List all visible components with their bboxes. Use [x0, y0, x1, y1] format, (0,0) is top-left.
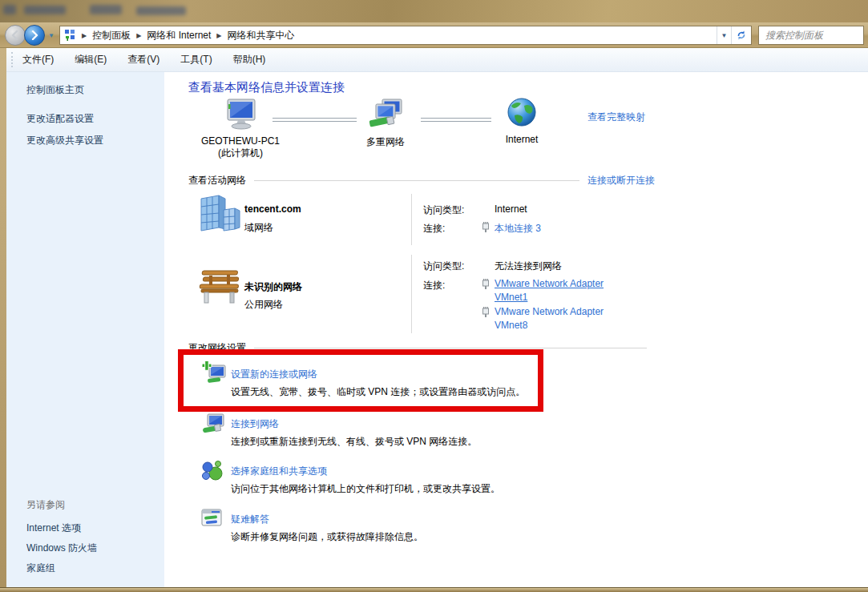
breadcrumb-network-sharing-center[interactable]: 网络和共享中心	[228, 29, 295, 42]
network-name: tencent.com	[244, 203, 301, 215]
sidebar-item-internet-options[interactable]: Internet 选项	[26, 522, 81, 535]
task-troubleshoot-link[interactable]: 疑难解答	[231, 513, 269, 526]
access-type-label: 访问类型:	[423, 203, 464, 217]
menu-view[interactable]: 查看(V)	[127, 53, 159, 66]
menu-file[interactable]: 文件(F)	[22, 53, 54, 66]
map-node-multiple-networks[interactable]: 多重网络	[341, 98, 430, 149]
refresh-icon	[736, 30, 747, 41]
window-content: 控制面板主页 更改适配器设置 更改高级共享设置 另请参阅 Internet 选项…	[6, 72, 868, 587]
forward-button[interactable]	[24, 25, 45, 46]
menu-tools[interactable]: 工具(T)	[180, 53, 212, 66]
sidebar-item-homegroup[interactable]: 家庭组	[26, 562, 55, 575]
map-node-this-computer[interactable]: GEOTHEWU-PC1 (此计算机)	[184, 98, 297, 160]
connection-label: 连接:	[423, 279, 445, 292]
troubleshoot-icon[interactable]	[201, 509, 222, 528]
access-type-label: 访问类型:	[423, 260, 464, 273]
change-settings-header-row: 更改网络设置	[188, 341, 655, 355]
sidebar-see-also-header: 另请参阅	[26, 498, 65, 512]
task-setup-new-connection-link[interactable]: 设置新的连接或网络	[231, 368, 317, 381]
map-node-label: 多重网络	[341, 135, 430, 149]
computer-icon	[221, 98, 260, 131]
network-row-divider	[411, 194, 412, 245]
change-settings-header: 更改网络设置	[188, 341, 246, 355]
sidebar-item-change-advanced-sharing[interactable]: 更改高级共享设置	[26, 134, 103, 147]
address-bar: ▼ ▶ 控制面板 ▶ 网络和 Internet ▶ 网络和共享中心 ▼	[0, 22, 868, 48]
page-title: 查看基本网络信息并设置连接	[188, 80, 345, 95]
map-node-label: Internet	[482, 134, 562, 145]
search-input[interactable]	[759, 26, 863, 44]
task-homegroup-options-link[interactable]: 选择家庭组和共享选项	[231, 465, 327, 478]
breadcrumb-network-internet[interactable]: 网络和 Internet	[147, 29, 211, 42]
forward-arrow-icon	[30, 30, 39, 40]
sidebar-item-windows-firewall[interactable]: Windows 防火墙	[26, 542, 97, 555]
menu-edit[interactable]: 编辑(E)	[75, 53, 107, 66]
view-full-map-link[interactable]: 查看完整映射	[587, 111, 645, 124]
ethernet-plug-icon	[482, 306, 490, 317]
ethernet-plug-icon	[482, 221, 490, 232]
task-connect-to-network-link[interactable]: 连接到网络	[231, 417, 279, 431]
domain-network-icon	[195, 192, 241, 234]
address-dropdown-icon[interactable]: ▼	[717, 26, 731, 44]
window-bottom-border	[0, 587, 868, 592]
task-troubleshoot-desc: 诊断并修复网络问题，或获得故障排除信息。	[231, 530, 423, 544]
ethernet-plug-icon	[482, 278, 490, 289]
search-box	[758, 26, 864, 45]
desktop-blur-blob	[136, 6, 186, 15]
desktop-blur-blob	[90, 5, 122, 14]
recent-pages-dropdown[interactable]: ▼	[48, 32, 55, 39]
connect-to-network-icon[interactable]	[201, 413, 225, 435]
network-center-icon	[63, 29, 76, 42]
connection-label: 连接:	[423, 222, 445, 236]
window-left-border	[0, 48, 6, 587]
homegroup-icon[interactable]	[201, 460, 224, 482]
back-button[interactable]	[5, 25, 26, 46]
vmware-vmnet1-link[interactable]: VMware Network Adapter VMnet1	[495, 277, 632, 304]
section-divider	[254, 348, 647, 348]
menu-bar: 文件(F) 编辑(E) 查看(V) 工具(T) 帮助(H)	[6, 48, 868, 72]
map-node-sublabel: (此计算机)	[184, 147, 297, 160]
vmware-vmnet8-link[interactable]: VMware Network Adapter VMnet8	[495, 305, 632, 332]
access-type-value: Internet	[495, 203, 527, 215]
task-connect-to-network-desc: 连接到或重新连接到无线、有线、拨号或 VPN 网络连接。	[231, 435, 477, 449]
task-homegroup-options-desc: 访问位于其他网络计算机上的文件和打印机，或更改共享设置。	[231, 482, 500, 496]
multiple-networks-icon	[368, 98, 403, 131]
network-category: 域网络	[244, 221, 273, 235]
breadcrumb-arrow-icon: ▶	[216, 32, 221, 39]
network-category: 公用网络	[244, 298, 283, 312]
breadcrumb-control-panel[interactable]: 控制面板	[92, 29, 131, 42]
active-networks-header-row: 查看活动网络 连接或断开连接	[188, 174, 655, 187]
local-connection-3-link[interactable]: 本地连接 3	[495, 222, 541, 236]
main-pane: 查看基本网络信息并设置连接 GEOTHEWU-PC1 (此计算机)	[164, 72, 868, 587]
breadcrumb-arrow-icon: ▶	[82, 32, 87, 39]
connect-disconnect-link[interactable]: 连接或断开连接	[587, 174, 655, 187]
desktop-blur-blob	[24, 6, 66, 14]
internet-globe-icon	[505, 96, 539, 130]
sidebar-item-control-panel-home[interactable]: 控制面板主页	[26, 83, 84, 97]
back-arrow-icon	[10, 30, 20, 40]
section-divider	[254, 180, 579, 181]
map-connector-line	[421, 118, 491, 122]
map-node-label: GEOTHEWU-PC1	[184, 135, 297, 147]
network-row-divider	[411, 255, 412, 333]
public-network-bench-icon	[198, 268, 243, 304]
desktop-blur-blob	[3, 5, 16, 14]
map-node-internet[interactable]: Internet	[482, 96, 562, 145]
breadcrumb-arrow-icon: ▶	[136, 32, 141, 39]
desktop-background	[0, 0, 868, 22]
sidebar-item-change-adapter-settings[interactable]: 更改适配器设置	[26, 112, 94, 126]
active-networks-header: 查看活动网络	[188, 174, 246, 187]
sidebar: 控制面板主页 更改适配器设置 更改高级共享设置 另请参阅 Internet 选项…	[6, 72, 164, 587]
menu-help[interactable]: 帮助(H)	[233, 53, 266, 66]
network-name: 未识别的网络	[244, 280, 302, 294]
setup-new-connection-icon[interactable]	[201, 361, 227, 385]
address-input[interactable]: ▶ 控制面板 ▶ 网络和 Internet ▶ 网络和共享中心 ▼	[59, 26, 752, 45]
access-type-value: 无法连接到网络	[495, 260, 562, 273]
task-setup-new-connection-desc: 设置无线、宽带、拨号、临时或 VPN 连接；或设置路由器或访问点。	[231, 385, 525, 399]
refresh-button[interactable]	[731, 26, 751, 44]
